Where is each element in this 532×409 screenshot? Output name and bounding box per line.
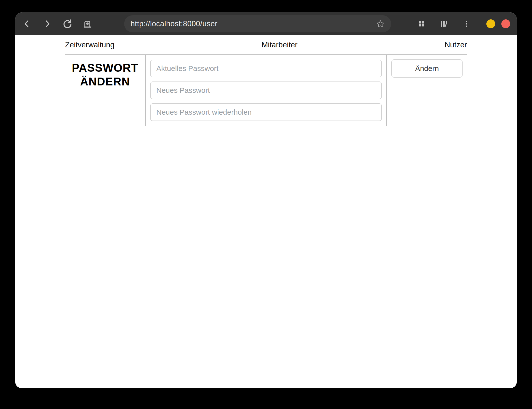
apps-grid-button[interactable]: [415, 18, 427, 30]
library-button[interactable]: [438, 18, 450, 30]
new-password-input[interactable]: [150, 82, 382, 99]
current-password-input[interactable]: [150, 60, 382, 77]
new-tab-button[interactable]: [81, 18, 93, 30]
close-button[interactable]: [501, 19, 510, 28]
back-button[interactable]: [21, 18, 33, 30]
desktop-background: http://localhost:8000/user: [0, 0, 532, 409]
nav-item-mitarbeiter[interactable]: Mitarbeiter: [262, 41, 297, 49]
page-title: PASSWORT ÄNDERN: [65, 61, 145, 88]
nav-item-zeitverwaltung[interactable]: Zeitverwaltung: [65, 41, 115, 49]
url-bar[interactable]: http://localhost:8000/user: [124, 15, 391, 32]
password-form-column: [145, 55, 387, 126]
submit-column: Ändern: [387, 55, 467, 126]
change-password-button[interactable]: Ändern: [391, 59, 463, 78]
menu-button[interactable]: [461, 18, 472, 30]
reload-icon: [62, 18, 73, 29]
back-icon: [22, 18, 32, 29]
minimize-button[interactable]: [486, 19, 495, 28]
nav-item-nutzer[interactable]: Nutzer: [445, 41, 467, 49]
forward-icon: [42, 18, 53, 29]
web-page: Zeitverwaltung Mitarbeiter Nutzer PASSWO…: [15, 35, 517, 388]
bookmark-star-icon: [375, 19, 385, 29]
window-controls: [486, 19, 510, 28]
url-text: http://localhost:8000/user: [131, 19, 217, 28]
apps-grid-icon: [416, 18, 427, 29]
menu-kebab-icon: [461, 18, 472, 29]
new-tab-icon: [82, 18, 93, 29]
library-icon: [439, 18, 449, 29]
section-title-column: PASSWORT ÄNDERN: [65, 55, 145, 126]
page-title-line1: PASSWORT: [65, 61, 145, 75]
browser-toolbar: http://localhost:8000/user: [15, 12, 517, 35]
toolbar-right-group: [415, 18, 510, 30]
password-section: PASSWORT ÄNDERN Ändern: [65, 55, 467, 126]
main-nav: Zeitverwaltung Mitarbeiter Nutzer: [65, 35, 467, 55]
repeat-password-input[interactable]: [150, 103, 382, 121]
bookmark-button[interactable]: [375, 18, 386, 29]
forward-button[interactable]: [41, 18, 53, 30]
reload-button[interactable]: [61, 18, 73, 30]
browser-window: http://localhost:8000/user: [15, 12, 517, 388]
page-title-line2: ÄNDERN: [65, 75, 145, 88]
